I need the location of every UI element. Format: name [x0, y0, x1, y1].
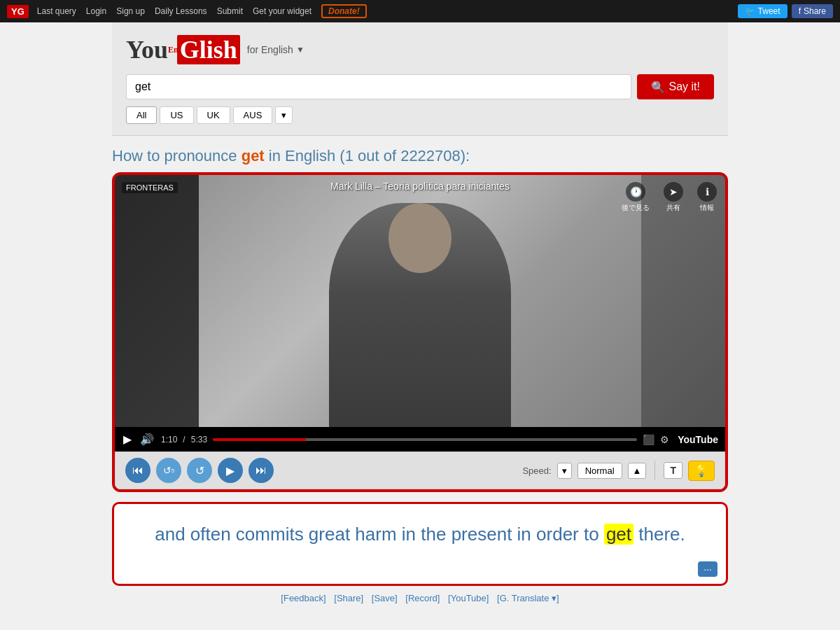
video-time-total: 5:33 [191, 435, 207, 444]
video-section: FRONTERAS Mark Lilla – Teoria política p… [112, 172, 728, 603]
say-it-button[interactable]: 🔍 Say it! [637, 74, 714, 99]
info-icon: ℹ [697, 182, 717, 202]
record-link[interactable]: [Record] [405, 593, 440, 603]
feedback-link[interactable]: [Feedback] [281, 593, 326, 603]
search-icon: 🔍 [651, 80, 665, 94]
main-wrapper: YouEnGlish for English ▼ 🔍 Say it! All U… [0, 22, 840, 624]
subtitle-more-button[interactable]: ··· [698, 561, 718, 577]
heading-word: get [241, 147, 265, 164]
cc-icon[interactable]: ⬛ [643, 434, 654, 445]
tweet-button[interactable]: 🐦 Tweet [738, 4, 788, 18]
nav-submit[interactable]: Submit [217, 6, 243, 16]
youtube-link[interactable]: [YouTube] [448, 593, 489, 603]
search-input[interactable] [126, 74, 631, 99]
watch-later-control[interactable]: 🕐 後で見る [622, 182, 650, 213]
tt-button[interactable]: T [664, 462, 682, 479]
filter-bar: All US UK AUS ▾ [126, 106, 714, 124]
video-time-current: 1:10 [161, 435, 177, 444]
video-progress-bar[interactable] [213, 438, 637, 441]
search-bar: 🔍 Say it! [126, 74, 714, 99]
filter-us-button[interactable]: US [160, 106, 193, 124]
video-player[interactable]: FRONTERAS Mark Lilla – Teoria política p… [115, 175, 725, 427]
prev-clip-button[interactable]: ⏮ [125, 458, 150, 483]
nav-login[interactable]: Login [86, 6, 106, 16]
video-controls-bar: ▶ 🔊 1:10 / 5:33 ⬛ ⚙ YouTube [115, 427, 725, 451]
top-navbar: YG Last query Login Sign up Daily Lesson… [0, 0, 840, 22]
filter-uk-button[interactable]: UK [197, 106, 230, 124]
filter-all-button[interactable]: All [126, 106, 157, 124]
info-control[interactable]: ℹ 情報 [697, 182, 717, 213]
footer-links: [Feedback] [Share] [Save] [Record] [YouT… [112, 593, 728, 603]
yg-logo-badge: YG [7, 5, 29, 18]
share-icon: ➤ [664, 182, 683, 202]
youtube-logo: YouTube [678, 434, 718, 445]
speed-increase-button[interactable]: ▲ [628, 463, 647, 479]
subtitle-highlighted-word: get [604, 524, 634, 545]
donate-button[interactable]: Donate! [321, 4, 367, 18]
next-clip-button[interactable]: ⏭ [248, 458, 274, 483]
reload-button[interactable]: ↺ [187, 458, 212, 483]
nav-daily-lessons[interactable]: Daily Lessons [155, 6, 207, 16]
speed-decrease-button[interactable]: ▾ [557, 463, 572, 479]
video-scene [115, 175, 725, 427]
facebook-share-button[interactable]: f Share [792, 4, 833, 18]
playback-controls: ⏮ ↺5 ↺ ▶ ⏭ Speed: ▾ Normal ▲ T 💡 [115, 451, 725, 489]
video-play-button[interactable]: ▶ [122, 431, 133, 447]
video-volume-button[interactable]: 🔊 [139, 431, 155, 447]
logo-for-english[interactable]: for English ▼ [247, 44, 304, 55]
site-logo: YouEnGlish [126, 35, 240, 64]
language-dropdown-arrow[interactable]: ▼ [296, 45, 304, 55]
logo-area: YouEnGlish for English ▼ [126, 35, 714, 64]
video-top-controls: 🕐 後で見る ➤ 共有 ℹ 情報 [622, 182, 717, 213]
bulb-button[interactable]: 💡 [688, 461, 715, 481]
translate-link[interactable]: [G. Translate ▾] [497, 593, 559, 603]
replay5-button[interactable]: ↺5 [156, 458, 181, 483]
speed-label: Speed: [522, 465, 551, 476]
subtitle-text-before: and often commits great harm in the pres… [155, 524, 598, 545]
logo-glish: Glish [177, 35, 240, 64]
for-english-label: for English [247, 44, 293, 55]
divider [654, 461, 655, 480]
play-pause-button[interactable]: ▶ [218, 458, 243, 483]
nav-get-widget[interactable]: Get your widget [253, 6, 312, 16]
share-control[interactable]: ➤ 共有 [664, 182, 683, 213]
subtitle-text-after: there. [638, 524, 685, 545]
video-progress-fill [213, 438, 306, 441]
search-section: YouEnGlish for English ▼ 🔍 Say it! All U… [112, 22, 728, 136]
nav-last-query[interactable]: Last query [37, 6, 76, 16]
speed-value-display: Normal [578, 463, 622, 479]
filter-more-dropdown[interactable]: ▾ [275, 106, 293, 124]
subtitle-box: and often commits great harm in the pres… [112, 502, 728, 586]
share-link[interactable]: [Share] [334, 593, 363, 603]
video-wrapper: FRONTERAS Mark Lilla – Teoria política p… [112, 172, 728, 492]
clock-icon: 🕐 [626, 182, 645, 202]
logo-you: You [126, 35, 168, 64]
facebook-icon: f [799, 6, 801, 16]
heading-suffix: in English (1 out of 2222708): [269, 147, 470, 164]
settings-icon[interactable]: ⚙ [660, 434, 669, 445]
pronunciation-heading: How to pronounce get in English (1 out o… [112, 147, 728, 165]
heading-prefix: How to pronounce [112, 147, 237, 164]
filter-aus-button[interactable]: AUS [233, 106, 273, 124]
subtitle-text: and often commits great harm in the pres… [128, 521, 712, 548]
video-channel-label: FRONTERAS [122, 182, 178, 193]
save-link[interactable]: [Save] [372, 593, 398, 603]
video-title: Mark Lilla – Teoria política para inicia… [330, 181, 510, 192]
twitter-icon: 🐦 [745, 6, 755, 16]
nav-signup[interactable]: Sign up [116, 6, 145, 16]
